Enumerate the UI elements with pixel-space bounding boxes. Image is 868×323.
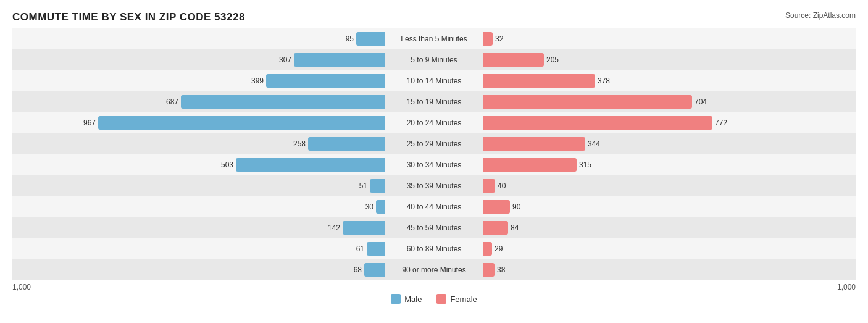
female-bar: [483, 116, 712, 130]
category-label: 35 to 39 Minutes: [385, 182, 483, 190]
category-label: 90 or more Minutes: [385, 266, 483, 274]
female-bar: [483, 242, 492, 256]
female-value: 772: [715, 119, 727, 127]
male-bar: [370, 179, 385, 193]
female-legend-box: [436, 294, 446, 304]
female-bar: [483, 95, 692, 109]
table-row: 6160 to 89 Minutes29: [12, 238, 856, 259]
legend-male: Male: [391, 294, 422, 304]
table-row: 3075 to 9 Minutes205: [12, 49, 856, 70]
male-bar: [266, 74, 385, 88]
male-bar: [376, 200, 385, 214]
female-bar: [483, 263, 495, 277]
table-row: 50330 to 34 Minutes315: [12, 154, 856, 175]
female-value: 84: [511, 224, 519, 232]
male-value: 30: [365, 203, 373, 211]
table-row: 6890 or more Minutes38: [12, 259, 856, 280]
table-row: 96720 to 24 Minutes772: [12, 112, 856, 133]
table-row: 25825 to 29 Minutes344: [12, 133, 856, 154]
male-value: 503: [221, 161, 233, 169]
category-label: 20 to 24 Minutes: [385, 119, 483, 127]
legend: Male Female: [12, 294, 856, 304]
category-label: 15 to 19 Minutes: [385, 98, 483, 106]
female-bar: [483, 179, 495, 193]
male-value: 68: [354, 266, 362, 274]
category-label: 25 to 29 Minutes: [385, 140, 483, 148]
male-bar: [343, 221, 385, 235]
category-label: Less than 5 Minutes: [385, 35, 483, 43]
male-bar: [294, 53, 385, 67]
female-bar: [483, 200, 510, 214]
source-text: Source: ZipAtlas.com: [785, 11, 856, 20]
category-label: 40 to 44 Minutes: [385, 203, 483, 211]
male-bar: [364, 263, 385, 277]
table-row: 68715 to 19 Minutes704: [12, 91, 856, 112]
female-bar: [483, 74, 595, 88]
male-legend-label: Male: [404, 295, 422, 304]
axis-labels: 1,000 1,000: [12, 280, 856, 292]
category-label: 60 to 89 Minutes: [385, 245, 483, 253]
female-legend-label: Female: [450, 295, 477, 304]
male-legend-box: [391, 294, 401, 304]
bars-area: 95Less than 5 Minutes323075 to 9 Minutes…: [12, 28, 856, 280]
male-bar: [367, 242, 385, 256]
male-bar: [236, 158, 385, 172]
female-bar: [483, 221, 508, 235]
male-value: 307: [279, 56, 291, 64]
category-label: 30 to 34 Minutes: [385, 161, 483, 169]
female-value: 40: [498, 182, 506, 190]
male-value: 967: [83, 119, 96, 127]
axis-left: 1,000: [12, 283, 31, 292]
male-value: 95: [346, 35, 354, 43]
male-value: 142: [328, 224, 340, 232]
axis-right: 1,000: [837, 283, 856, 292]
female-value: 90: [512, 203, 520, 211]
female-value: 205: [546, 56, 559, 64]
female-value: 315: [579, 161, 591, 169]
male-value: 258: [293, 140, 306, 148]
male-value: 61: [356, 245, 364, 253]
female-bar: [483, 53, 544, 67]
male-bar: [356, 32, 385, 46]
female-bar: [483, 32, 493, 46]
table-row: 5135 to 39 Minutes40: [12, 175, 856, 196]
table-row: 3040 to 44 Minutes90: [12, 196, 856, 217]
female-bar: [483, 137, 585, 151]
female-value: 38: [497, 266, 505, 274]
category-label: 5 to 9 Minutes: [385, 56, 483, 64]
female-value: 704: [695, 98, 707, 106]
female-value: 378: [598, 77, 610, 85]
chart-container: COMMUTE TIME BY SEX IN ZIP CODE 53228 So…: [0, 0, 868, 323]
male-bar: [98, 116, 385, 130]
table-row: 14245 to 59 Minutes84: [12, 217, 856, 238]
female-value: 344: [588, 140, 600, 148]
category-label: 45 to 59 Minutes: [385, 224, 483, 232]
chart-title: COMMUTE TIME BY SEX IN ZIP CODE 53228: [12, 11, 856, 23]
category-label: 10 to 14 Minutes: [385, 77, 483, 85]
male-value: 399: [251, 77, 264, 85]
male-value: 51: [359, 182, 367, 190]
legend-female: Female: [436, 294, 477, 304]
female-value: 32: [495, 35, 503, 43]
table-row: 95Less than 5 Minutes32: [12, 28, 856, 49]
male-bar: [308, 137, 385, 151]
female-value: 29: [495, 245, 503, 253]
male-bar: [181, 95, 385, 109]
table-row: 39910 to 14 Minutes378: [12, 70, 856, 91]
female-bar: [483, 158, 577, 172]
male-value: 687: [166, 98, 178, 106]
